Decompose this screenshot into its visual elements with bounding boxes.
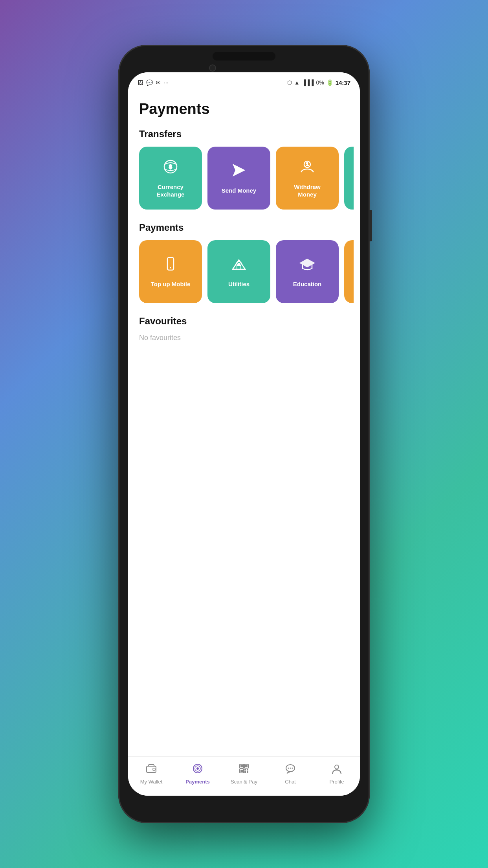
side-button xyxy=(369,210,372,241)
nav-my-wallet-label: My Wallet xyxy=(140,779,163,785)
no-favourites-text: No favourites xyxy=(139,334,349,342)
svg-point-28 xyxy=(292,768,293,769)
nav-payments-label: Payments xyxy=(185,779,209,785)
more-payments-partial xyxy=(344,240,354,303)
wifi-icon: ▲ xyxy=(294,79,300,86)
education-card[interactable]: Education xyxy=(276,240,339,303)
nav-my-wallet[interactable]: My Wallet xyxy=(128,763,174,785)
withdraw-money-card[interactable]: 1 WithdrawMoney xyxy=(276,147,339,210)
svg-point-26 xyxy=(288,768,289,769)
svg-rect-16 xyxy=(240,765,243,767)
svg-point-30 xyxy=(335,765,339,769)
svg-point-8 xyxy=(238,263,240,266)
page-title: Payments xyxy=(139,101,349,118)
send-icon xyxy=(230,162,248,183)
svg-rect-20 xyxy=(240,770,243,772)
gmail-icon: ✉ xyxy=(156,79,161,86)
nav-scan-pay[interactable]: Scan & Pay xyxy=(221,763,267,785)
currency-exchange-label: CurrencyExchange xyxy=(157,183,185,199)
payments-section-title: Payments xyxy=(139,222,349,233)
favourites-section-title: Favourites xyxy=(139,316,349,327)
payments-nav-icon xyxy=(192,763,203,777)
more-transfers-partial xyxy=(344,147,354,210)
favourites-section: Favourites No favourites xyxy=(139,316,349,342)
withdraw-money-label: WithdrawMoney xyxy=(294,183,320,199)
send-money-label: Send Money xyxy=(222,187,256,195)
more-icon: ··· xyxy=(164,79,169,86)
svg-marker-2 xyxy=(233,165,244,176)
photo-icon: 🖼 xyxy=(138,79,143,86)
nav-payments[interactable]: Payments xyxy=(174,763,221,785)
qr-icon xyxy=(238,763,250,777)
bottom-nav: My Wallet Payments xyxy=(128,756,360,796)
svg-text:1: 1 xyxy=(306,162,309,167)
nav-chat[interactable]: Chat xyxy=(267,763,314,785)
utilities-icon xyxy=(230,255,248,276)
currency-exchange-card[interactable]: $ CurrencyExchange xyxy=(139,147,202,210)
status-right: ⬡ ▲ ▐▐▐ 0% 🔋 14:37 xyxy=(287,79,350,86)
utilities-card[interactable]: Utilities xyxy=(207,240,270,303)
withdraw-icon: 1 xyxy=(299,158,316,179)
svg-rect-10 xyxy=(147,766,156,772)
svg-text:$: $ xyxy=(169,164,172,170)
mobile-icon xyxy=(162,255,179,276)
main-content: Payments Transfers $ CurrencyExchange xyxy=(128,93,360,756)
education-label: Education xyxy=(293,280,322,288)
phone-shell: 🖼 💬 ✉ ··· ⬡ ▲ ▐▐▐ 0% 🔋 14:37 Payments Tr… xyxy=(118,45,370,823)
svg-rect-18 xyxy=(245,765,248,767)
status-time: 14:37 xyxy=(336,79,350,86)
payments-cards-row: Top up Mobile Utilities xyxy=(139,240,349,303)
exchange-icon: $ xyxy=(162,158,179,179)
send-money-card[interactable]: Send Money xyxy=(207,147,270,210)
status-bar: 🖼 💬 ✉ ··· ⬡ ▲ ▐▐▐ 0% 🔋 14:37 xyxy=(128,72,360,93)
transfers-cards-row: $ CurrencyExchange Send Money xyxy=(139,147,349,210)
nav-scan-pay-label: Scan & Pay xyxy=(231,779,257,785)
bluetooth-icon: ⬡ xyxy=(287,79,292,86)
chat-icon xyxy=(285,763,296,777)
transfers-section-title: Transfers xyxy=(139,129,349,140)
utilities-label: Utilities xyxy=(228,280,250,288)
wallet-icon xyxy=(146,763,157,777)
education-icon xyxy=(299,255,316,276)
whatsapp-icon: 💬 xyxy=(146,79,153,86)
top-up-mobile-label: Top up Mobile xyxy=(151,280,191,288)
svg-point-14 xyxy=(196,767,199,770)
top-up-mobile-card[interactable]: Top up Mobile xyxy=(139,240,202,303)
battery-percent: 0% xyxy=(316,79,324,86)
battery-icon: 🔋 xyxy=(327,79,333,86)
status-left: 🖼 💬 ✉ ··· xyxy=(138,79,169,86)
svg-rect-22 xyxy=(247,769,248,771)
camera xyxy=(209,64,216,72)
svg-rect-11 xyxy=(153,768,155,771)
svg-rect-24 xyxy=(247,771,248,773)
svg-rect-21 xyxy=(244,769,246,771)
signal-icon: ▐▐▐ xyxy=(302,79,314,86)
nav-profile[interactable]: Profile xyxy=(314,763,360,785)
screen: 🖼 💬 ✉ ··· ⬡ ▲ ▐▐▐ 0% 🔋 14:37 Payments Tr… xyxy=(128,72,360,796)
svg-rect-23 xyxy=(244,771,246,773)
profile-icon xyxy=(331,763,342,777)
nav-chat-label: Chat xyxy=(285,779,295,785)
nav-profile-label: Profile xyxy=(330,779,344,785)
svg-point-27 xyxy=(290,768,291,769)
